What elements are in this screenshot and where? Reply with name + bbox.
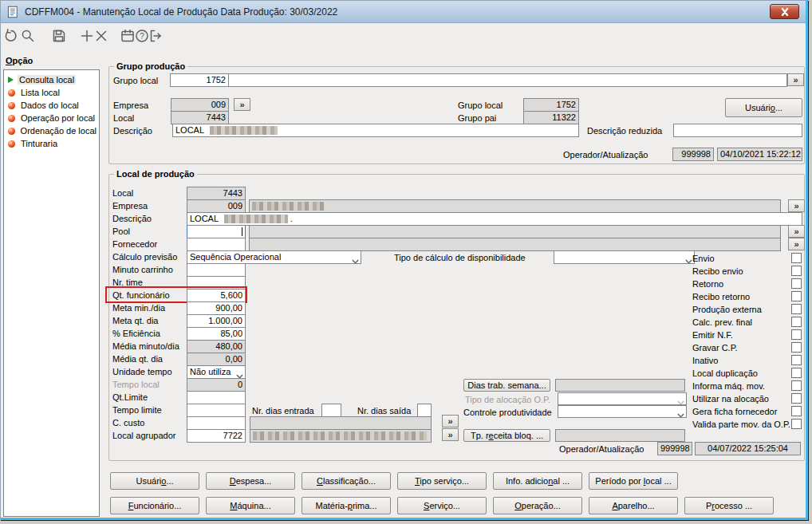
checkbox-gera-ficha-fornecedor[interactable] xyxy=(791,406,802,416)
fornecedor-field[interactable] xyxy=(187,238,246,251)
controle-produtividade-select[interactable] xyxy=(558,405,687,418)
delete-icon[interactable] xyxy=(93,28,109,44)
checkbox-recibo-retorno[interactable] xyxy=(791,291,802,301)
c-custo-nome-field[interactable] xyxy=(250,416,432,430)
checkbox-gravar-c-p[interactable] xyxy=(791,342,802,353)
local-agrupador-field[interactable]: 7722 xyxy=(187,429,246,443)
checkbox-informa-maq-mov[interactable] xyxy=(791,380,802,391)
dias-trab-semana-button[interactable]: Dias trab. semana... xyxy=(463,379,550,392)
nr-dias-saida-field[interactable] xyxy=(417,404,432,417)
tempo-local-field[interactable]: 0 xyxy=(187,378,246,392)
local-field[interactable]: 7443 xyxy=(171,111,229,124)
tipo-calculo-select[interactable] xyxy=(554,250,695,264)
qt-limite-field[interactable] xyxy=(187,391,246,404)
window-title: CDFFM004 - Manutenção Local de Produção … xyxy=(25,6,337,18)
info-adicional-button[interactable]: Info. adicional ... xyxy=(493,472,582,490)
calendar-icon[interactable] xyxy=(120,28,136,44)
grupo-local-right-field[interactable]: 1752 xyxy=(523,98,579,112)
checkbox-retorno[interactable] xyxy=(791,278,802,289)
empresa-nome-field[interactable] xyxy=(249,199,781,213)
checkbox-producao-externa[interactable] xyxy=(791,304,802,314)
empresa-lookup-button[interactable]: » xyxy=(234,98,250,111)
search-icon[interactable] xyxy=(20,28,36,44)
bottom-button-row-1: Usuário...Despesa...Classificação...Tipo… xyxy=(110,472,678,490)
media-minuto-dia-field[interactable]: 480,00 xyxy=(187,340,246,353)
empresa-nome-lookup-button[interactable]: » xyxy=(788,199,805,212)
local-producao-legend: Local de produção xyxy=(114,169,197,179)
tempo-limite-field[interactable] xyxy=(187,404,246,417)
local-agrupador-nome-field[interactable] xyxy=(250,429,432,443)
fornecedor-nome-field[interactable] xyxy=(249,238,781,251)
undo-icon[interactable] xyxy=(3,28,19,44)
minuto-carrinho-field[interactable] xyxy=(187,263,246,277)
nr-dias-entrada-field[interactable] xyxy=(321,404,341,417)
usuario-top-button[interactable]: Usuário... xyxy=(725,98,802,117)
checkbox-utilizar-na-alocacao[interactable] xyxy=(791,393,802,404)
periodo-por-local-button[interactable]: Período por local ... xyxy=(589,472,678,490)
save-icon[interactable] xyxy=(51,28,67,44)
maquina-button[interactable]: Máquina... xyxy=(206,497,295,514)
grupo-pai-field[interactable]: 11322 xyxy=(523,111,579,124)
checkbox-emitir-n-f[interactable] xyxy=(791,329,802,340)
exit-icon[interactable] xyxy=(148,28,164,44)
sidebar-item-consulta-local[interactable]: Consulta local xyxy=(5,73,98,86)
checkbox-inativo[interactable] xyxy=(791,355,802,365)
checkbox-local-duplicacao[interactable] xyxy=(791,368,802,378)
checkbox-label: Recibo retorno xyxy=(692,292,750,301)
pool-field[interactable] xyxy=(187,225,246,238)
unidade-tempo-field[interactable]: Não utiliza xyxy=(187,365,246,379)
tipo-alocacao-select[interactable] xyxy=(558,392,687,405)
meta-min-dia-field[interactable]: 900,00 xyxy=(187,301,246,315)
descricao-field[interactable]: LOCAL xyxy=(172,124,579,137)
operacao-button[interactable]: Operação... xyxy=(493,497,582,514)
descricao-reduzida-label: Descrição reduzida xyxy=(587,126,662,136)
usuario-button[interactable]: Usuário... xyxy=(110,472,199,490)
media-qt-dia-field[interactable]: 0,00 xyxy=(187,353,246,366)
sidebar-item-tinturaria[interactable]: Tinturaria xyxy=(5,137,98,150)
tp-receita-bloq-button[interactable]: Tp. receita bloq. ... xyxy=(463,429,550,442)
tipo-servico-button[interactable]: Tipo serviço... xyxy=(397,472,487,490)
local-label: Local xyxy=(113,113,134,124)
empresa-field[interactable]: 009 xyxy=(171,98,229,112)
nr-time-field[interactable] xyxy=(187,276,246,290)
pool-lookup-button[interactable]: » xyxy=(788,225,805,238)
grupo-local-field[interactable]: 1752 xyxy=(170,73,229,87)
add-icon[interactable] xyxy=(79,28,95,44)
qt-funcionario-field[interactable]: 5,600 xyxy=(187,289,246,302)
checkbox-envio[interactable] xyxy=(791,253,802,263)
sidebar-item-operacao-por-local[interactable]: Operação por local xyxy=(5,112,98,124)
checkbox-recibo-envio[interactable] xyxy=(791,266,802,276)
eficiencia-field[interactable]: 85,00 xyxy=(187,327,246,341)
classificacao-button[interactable]: Classificação... xyxy=(302,472,391,490)
despesa-button[interactable]: Despesa... xyxy=(206,472,295,490)
sidebar-item-lista-local[interactable]: Lista local xyxy=(5,86,98,99)
fornecedor-lookup-button[interactable]: » xyxy=(788,238,805,250)
pool-nome-field[interactable] xyxy=(249,225,781,238)
processo-button[interactable]: Processo ... xyxy=(684,497,774,514)
checkbox-label: Emitir N.F. xyxy=(692,330,733,340)
descricao-producao-field[interactable]: LOCAL . xyxy=(187,212,802,226)
checkbox-valida-parte-mov-da-o-p[interactable] xyxy=(791,419,802,429)
chevron-down-icon xyxy=(677,409,684,418)
calculo-previsao-field[interactable]: Sequência Operacional xyxy=(187,250,361,264)
empresa-field[interactable]: 009 xyxy=(187,199,246,213)
local-field[interactable]: 7443 xyxy=(187,187,246,200)
text-caret xyxy=(242,227,242,236)
c-custo-field[interactable] xyxy=(187,416,246,430)
close-button[interactable] xyxy=(770,4,799,19)
sidebar-item-ordenacao-de-local[interactable]: Ordenação de local xyxy=(5,124,98,137)
field-label: Média minuto/dia xyxy=(112,341,179,351)
grupo-local-lookup-button[interactable]: » xyxy=(787,73,804,86)
c-custo-lookup-button[interactable]: » xyxy=(442,415,459,427)
local-agrupador-lookup-button[interactable]: » xyxy=(442,428,459,441)
sidebar-item-dados-do-local[interactable]: Dados do local xyxy=(5,99,98,112)
grupo-local-descricao-field[interactable] xyxy=(228,73,787,87)
servico-button[interactable]: Serviço... xyxy=(397,497,487,514)
descricao-reduzida-field[interactable] xyxy=(673,124,802,137)
funcionario-button[interactable]: Funcionário... xyxy=(110,497,199,514)
checkbox-calc-prev-final[interactable] xyxy=(791,317,802,327)
meta-qt-dia-field[interactable]: 1.000,00 xyxy=(187,314,246,328)
materia-prima-button[interactable]: Matéria-prima... xyxy=(302,497,391,514)
aparelho-button[interactable]: Aparelho... xyxy=(589,497,678,514)
nr-dias-saida-label: Nr. dias saída xyxy=(357,406,411,416)
